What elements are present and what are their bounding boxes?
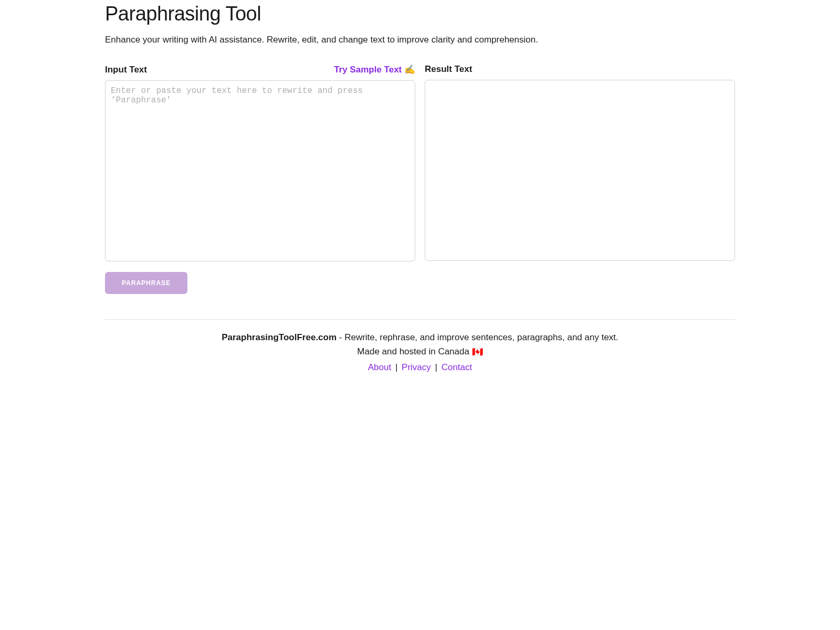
try-sample-link[interactable]: Try Sample Text ✍️ <box>334 64 415 75</box>
footer-hosting: Made and hosted in Canada <box>357 346 471 356</box>
try-sample-text: Try Sample Text <box>334 65 402 75</box>
page-subtitle: Enhance your writing with AI assistance.… <box>105 35 735 45</box>
privacy-link[interactable]: Privacy <box>402 362 431 372</box>
writing-hand-icon: ✍️ <box>404 65 415 75</box>
footer-links: About | Privacy | Contact <box>105 360 735 374</box>
page-title: Paraphrasing Tool <box>105 3 735 25</box>
result-textarea <box>425 80 735 261</box>
input-panel: Input Text Try Sample Text ✍️ PARAPHRASE <box>105 64 415 294</box>
separator: | <box>435 362 437 372</box>
result-label: Result Text <box>425 64 472 75</box>
separator: | <box>395 362 397 372</box>
footer: ParaphrasingToolFree.com - Rewrite, reph… <box>105 319 735 374</box>
footer-site-name: ParaphrasingToolFree.com <box>222 332 337 342</box>
input-textarea[interactable] <box>105 80 415 261</box>
canada-flag-icon: 🇨🇦 <box>472 345 483 359</box>
result-panel: Result Text <box>425 64 735 294</box>
paraphrase-button[interactable]: PARAPHRASE <box>105 272 187 294</box>
footer-tagline: - Rewrite, rephrase, and improve sentenc… <box>337 332 618 342</box>
contact-link[interactable]: Contact <box>442 362 472 372</box>
about-link[interactable]: About <box>368 362 391 372</box>
input-label: Input Text <box>105 65 147 75</box>
